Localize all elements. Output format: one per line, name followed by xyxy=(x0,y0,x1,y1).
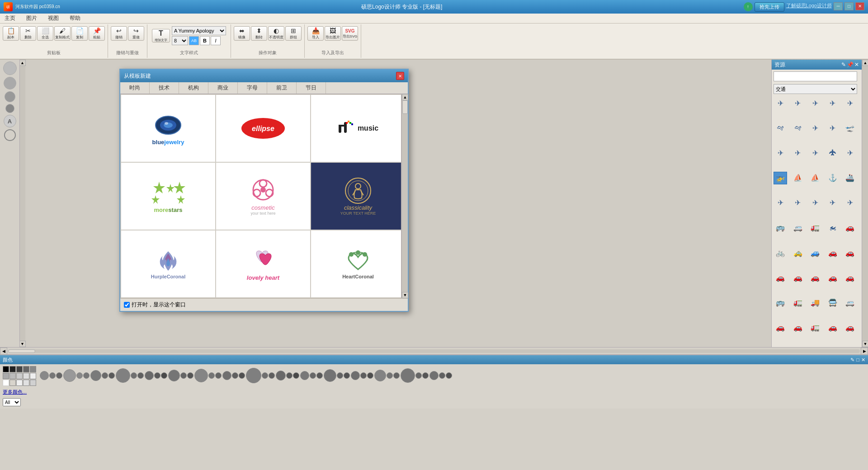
icon-plane15[interactable]: ✈ xyxy=(843,146,857,159)
tool-circle4[interactable] xyxy=(5,104,14,113)
tab-org[interactable]: 机构 xyxy=(179,82,208,94)
gs-cell4[interactable] xyxy=(30,366,36,372)
dialog-scroll-down[interactable]: ▼ xyxy=(402,292,408,298)
icon-car6[interactable]: 🚕 xyxy=(791,246,805,259)
pal-circle-lg13[interactable] xyxy=(429,371,439,380)
icon-truck2[interactable]: 🚚 xyxy=(808,296,822,309)
template-cosmetic[interactable]: cosmetic your text here xyxy=(216,162,311,230)
tab-business[interactable]: 商业 xyxy=(208,82,238,94)
pal-circle-sm20[interactable] xyxy=(293,372,299,379)
icon-car17[interactable]: 🚗 xyxy=(826,321,840,334)
opacity-button[interactable]: ◐ 不透明度 xyxy=(268,26,284,41)
learn-link[interactable]: 了解硕思Logo设计师 xyxy=(786,2,832,12)
icon-bus1[interactable]: 🚌 xyxy=(774,296,787,309)
icon-bike1[interactable]: 🚲 xyxy=(774,246,787,259)
pal-circle-sm4[interactable] xyxy=(83,372,90,379)
icon-helicopter1[interactable]: 🚁 xyxy=(774,172,787,184)
upload-button[interactable]: 抢先上传 xyxy=(755,2,784,12)
icon-plane8[interactable]: ✈ xyxy=(808,122,822,134)
gs-cell3[interactable] xyxy=(23,366,29,372)
icon-plane12[interactable]: ✈ xyxy=(791,146,805,159)
tool-text[interactable]: A xyxy=(4,115,16,127)
tool-circle3[interactable] xyxy=(5,91,15,102)
icon-sail1[interactable]: ⛵ xyxy=(808,172,822,184)
icon-plane4[interactable]: ✈ xyxy=(826,97,840,109)
pal-circle-sm25[interactable] xyxy=(360,372,367,379)
flip-button[interactable]: ⬍ 翻转 xyxy=(251,26,267,41)
pal-circle-sm9[interactable] xyxy=(154,372,160,379)
pal-circle-lg9[interactable] xyxy=(300,371,309,380)
icon-plane1[interactable]: ✈ xyxy=(774,97,787,109)
tab-fashion[interactable]: 时尚 xyxy=(120,82,150,94)
h-scroll-right[interactable]: ▶ xyxy=(861,348,868,355)
icon-plane13[interactable]: ✈ xyxy=(808,146,822,159)
pal-circle-lg6[interactable] xyxy=(194,369,208,382)
scroll-down-arrow[interactable]: ▼ xyxy=(20,341,26,347)
pal-circle-sm18[interactable] xyxy=(269,372,275,379)
pal-circle-sm30[interactable] xyxy=(422,372,429,379)
pal-circle-sm8[interactable] xyxy=(137,372,144,379)
tool-circle-outline[interactable] xyxy=(4,129,16,141)
pal-circle-sm1[interactable] xyxy=(49,372,56,379)
gs-cell1[interactable] xyxy=(9,366,16,372)
search-input[interactable] xyxy=(774,71,857,81)
icon-car10[interactable]: 🚗 xyxy=(774,271,787,284)
pal-circle-sm6[interactable] xyxy=(108,372,115,379)
pal-circle-lg11[interactable] xyxy=(351,371,360,380)
icon-van1[interactable]: 🚐 xyxy=(843,296,857,309)
template-classicality[interactable]: classicality YOUR TEXT HERE xyxy=(311,162,401,230)
gs-white[interactable] xyxy=(3,380,9,386)
font-size-selector[interactable]: 8 xyxy=(172,36,188,45)
pal-circle-sm17[interactable] xyxy=(262,372,268,379)
gs-cell12[interactable] xyxy=(30,380,36,386)
gs-transparent[interactable] xyxy=(9,380,16,386)
icon-plane16[interactable]: ✈ xyxy=(774,197,787,209)
dialog-titlebar[interactable]: 从模板新建 ✕ xyxy=(120,70,408,82)
show-on-open-checkbox[interactable] xyxy=(124,302,130,308)
pal-circle-lg10[interactable] xyxy=(324,369,336,382)
pal-circle-sm15[interactable] xyxy=(232,372,238,379)
dialog-scroll-up[interactable]: ▲ xyxy=(402,94,408,100)
mirror-button[interactable]: ⬌ 镜像 xyxy=(234,26,250,41)
template-bluejewelry[interactable]: bluejewelry xyxy=(121,94,216,162)
pal-circle-lg7[interactable] xyxy=(222,371,231,380)
menu-help[interactable]: 帮助 xyxy=(67,14,83,23)
icon-anchor1[interactable]: ⚓ xyxy=(826,172,840,184)
gs-cell11[interactable] xyxy=(23,380,29,386)
pal-circle-xl3[interactable] xyxy=(401,368,415,383)
icon-car3[interactable]: 🚛 xyxy=(808,221,822,234)
icon-plane7[interactable]: 🛩 xyxy=(791,122,805,134)
icon-plane10[interactable]: 🛫 xyxy=(843,122,857,134)
icon-plane18[interactable]: ✈ xyxy=(808,197,822,209)
pal-circle-sm5[interactable] xyxy=(102,372,108,379)
icon-car16[interactable]: 🚗 xyxy=(791,321,805,334)
icon-plane5[interactable]: ✈ xyxy=(843,97,857,109)
pal-circle-sm13[interactable] xyxy=(208,372,215,379)
pal-circle-sm29[interactable] xyxy=(415,372,422,379)
scroll-up-arrow[interactable]: ▲ xyxy=(20,60,26,66)
gs-cell10[interactable] xyxy=(16,380,23,386)
export-svg-button[interactable]: SVG 导出SVG xyxy=(342,26,358,41)
icon-plane14[interactable]: 🛧 xyxy=(826,146,840,159)
icon-car2[interactable]: 🚐 xyxy=(791,221,805,234)
pal-circle-sm16[interactable] xyxy=(239,372,245,379)
pal-circle-sm14[interactable] xyxy=(215,372,222,379)
icon-car11[interactable]: 🚗 xyxy=(791,271,805,284)
delete-button[interactable]: ✂ 删除 xyxy=(20,26,36,41)
tool-circle2[interactable] xyxy=(4,77,16,89)
pal-circle-sm31[interactable] xyxy=(439,372,445,379)
icon-boat1[interactable]: 🚢 xyxy=(843,172,857,184)
more-colors-link[interactable]: 更多颜色... xyxy=(3,389,36,395)
icon-plane3[interactable]: ✈ xyxy=(808,97,822,109)
template-heartCoronal[interactable]: HeartCoronal xyxy=(311,230,401,298)
pal-circle-sm10[interactable] xyxy=(161,372,167,379)
right-scroll-down[interactable]: ▼ xyxy=(862,341,868,347)
icon-plane2[interactable]: ✈ xyxy=(791,97,805,109)
tab-tech[interactable]: 技术 xyxy=(150,82,179,94)
gs-cell5[interactable] xyxy=(3,373,9,379)
icon-truck1[interactable]: 🚛 xyxy=(791,296,805,309)
pal-circle-lg3[interactable] xyxy=(90,370,101,381)
pal-circle-sm22[interactable] xyxy=(316,372,323,379)
export-image-button[interactable]: 🖼 导出图片 xyxy=(325,26,341,41)
icon-car9[interactable]: 🚗 xyxy=(843,246,857,259)
